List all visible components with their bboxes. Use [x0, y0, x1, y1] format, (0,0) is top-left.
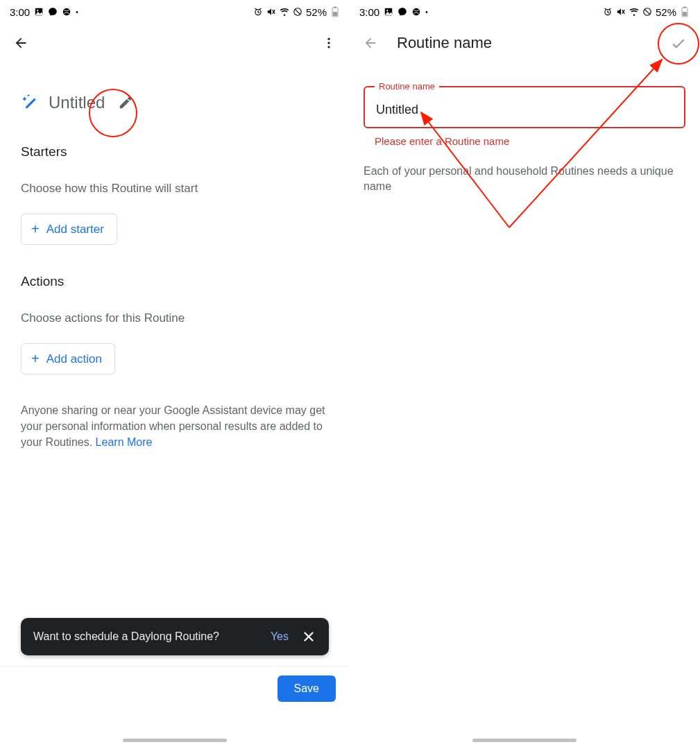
- appbar-left: [0, 24, 350, 62]
- alarm-icon: [253, 7, 263, 17]
- save-button[interactable]: Save: [278, 675, 336, 702]
- gallery-icon: [384, 7, 393, 17]
- svg-point-16: [413, 8, 420, 16]
- arrow-left-icon: [363, 35, 378, 51]
- svg-point-13: [327, 46, 330, 48]
- arrow-left-icon: [13, 35, 28, 51]
- status-bar: 3:00 •: [350, 0, 699, 24]
- check-icon: [669, 34, 688, 52]
- sports-icon: [411, 7, 421, 17]
- status-more-dot-icon: •: [76, 8, 78, 16]
- confirm-button[interactable]: [666, 31, 691, 55]
- routine-name-field[interactable]: Routine name: [364, 86, 685, 128]
- battery-icon: [680, 7, 690, 17]
- status-more-dot-icon: •: [425, 8, 428, 16]
- svg-point-11: [327, 38, 330, 40]
- back-button[interactable]: [358, 31, 383, 55]
- plus-icon: +: [31, 221, 40, 237]
- phone-left: 3:00 •: [0, 0, 350, 749]
- mute-icon: [616, 7, 626, 17]
- add-action-label: Add action: [46, 352, 102, 366]
- no-sim-icon: [642, 7, 652, 17]
- toast-close-button[interactable]: [298, 626, 319, 647]
- wifi-icon: [280, 7, 289, 17]
- nav-handle[interactable]: [472, 739, 577, 742]
- field-hint: Each of your personal and household Rout…: [364, 164, 685, 195]
- svg-point-2: [63, 8, 71, 16]
- svg-line-21: [644, 9, 650, 15]
- disclaimer-text: Anyone sharing or near your Google Assis…: [21, 402, 329, 451]
- daylong-toast: Want to schedule a Daylong Routine? Yes: [21, 618, 329, 655]
- mute-icon: [266, 7, 276, 17]
- svg-point-12: [327, 42, 330, 44]
- status-battery-pct: 52%: [306, 6, 327, 18]
- actions-heading: Actions: [21, 274, 329, 289]
- field-error: Please enter a Routine name: [375, 135, 685, 147]
- actions-subtext: Choose actions for this Routine: [21, 311, 329, 325]
- wand-icon: [21, 94, 39, 112]
- pencil-icon: [118, 95, 133, 110]
- svg-rect-24: [683, 12, 687, 16]
- add-starter-button[interactable]: + Add starter: [21, 214, 117, 245]
- phone-right: 3:00 •: [350, 0, 699, 749]
- add-starter-label: Add starter: [46, 223, 104, 236]
- starters-subtext: Choose how this Routine will start: [21, 182, 329, 196]
- routine-name-input[interactable]: [376, 103, 673, 117]
- wifi-icon: [629, 7, 639, 17]
- toast-yes-button[interactable]: Yes: [261, 626, 298, 647]
- back-button[interactable]: [8, 31, 33, 55]
- svg-rect-10: [333, 12, 337, 16]
- footer-left: Save: [0, 666, 350, 710]
- svg-line-7: [295, 9, 300, 15]
- status-time: 3:00: [359, 6, 379, 18]
- svg-rect-9: [334, 7, 336, 8]
- learn-more-link[interactable]: Learn More: [96, 436, 153, 448]
- sports-icon: [62, 7, 71, 17]
- status-time: 3:00: [10, 6, 30, 18]
- routine-title: Untitled: [49, 93, 105, 112]
- svg-point-15: [386, 10, 388, 11]
- nav-handle[interactable]: [123, 739, 227, 742]
- alarm-icon: [603, 7, 613, 17]
- appbar-title: Routine name: [397, 34, 492, 52]
- status-battery-pct: 52%: [656, 6, 676, 18]
- battery-icon: [330, 7, 340, 17]
- close-icon: [301, 629, 316, 644]
- overflow-menu-button[interactable]: [316, 31, 341, 55]
- add-action-button[interactable]: + Add action: [21, 343, 115, 374]
- messenger-icon: [48, 7, 58, 17]
- more-vert-icon: [322, 36, 336, 50]
- appbar-right: Routine name: [350, 24, 699, 62]
- gallery-icon: [34, 7, 44, 17]
- no-sim-icon: [293, 7, 302, 17]
- svg-point-1: [37, 10, 38, 11]
- starters-heading: Starters: [21, 144, 329, 160]
- field-label: Routine name: [375, 81, 439, 92]
- messenger-icon: [398, 7, 407, 17]
- plus-icon: +: [31, 351, 40, 367]
- status-bar: 3:00 •: [0, 0, 350, 24]
- toast-message: Want to schedule a Daylong Routine?: [33, 630, 219, 643]
- svg-rect-23: [683, 7, 686, 8]
- edit-title-button[interactable]: [113, 90, 138, 115]
